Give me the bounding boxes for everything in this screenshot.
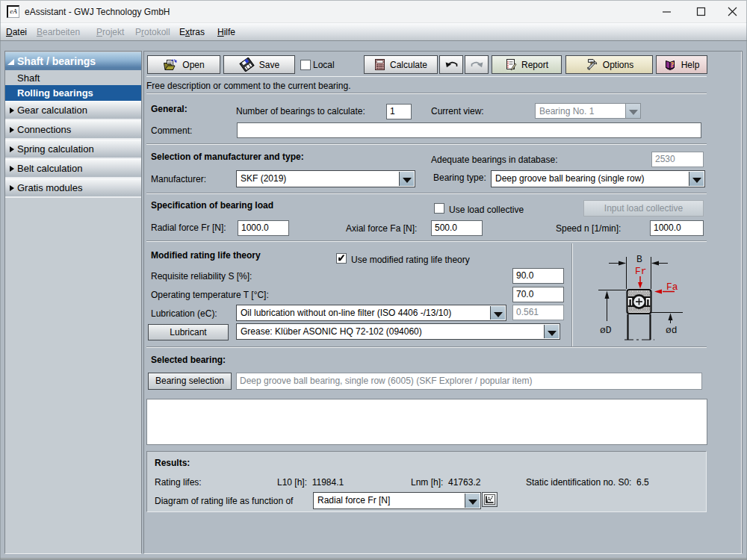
- svg-text:ød: ød: [666, 325, 678, 336]
- svg-text:B: B: [636, 254, 642, 265]
- svg-text:øD: øD: [600, 325, 612, 336]
- svg-text:?: ?: [670, 61, 674, 69]
- svg-text:Fr: Fr: [635, 266, 647, 277]
